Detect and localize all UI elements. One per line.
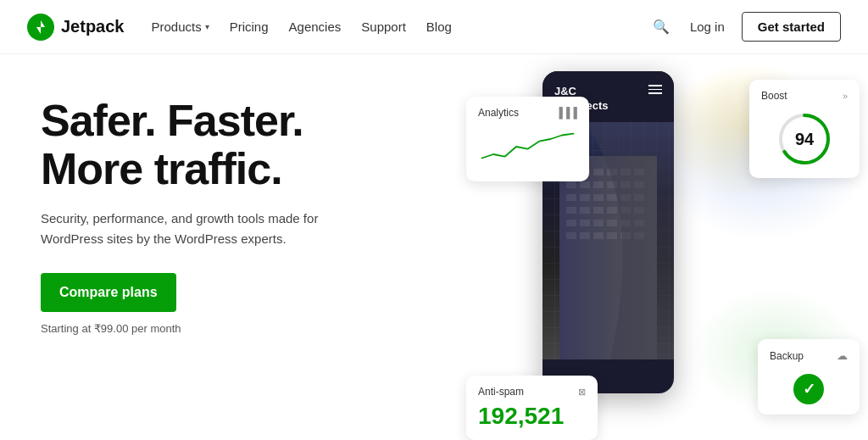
svg-rect-34 [593, 232, 604, 239]
svg-rect-8 [566, 181, 576, 188]
svg-rect-23 [607, 207, 617, 214]
hero-section: Safer. Faster. More traffic. Security, p… [0, 54, 449, 440]
boost-chevron-icon: » [843, 91, 848, 101]
search-button[interactable]: 🔍 [649, 15, 673, 38]
hero-visual: J&C Architects [449, 54, 868, 440]
boost-score: 94 [795, 130, 814, 149]
boost-label: Boost [761, 90, 787, 102]
svg-rect-9 [580, 181, 590, 188]
antispam-label: Anti-spam [478, 386, 524, 398]
svg-rect-33 [580, 232, 590, 239]
svg-rect-29 [607, 220, 617, 226]
svg-rect-20 [566, 207, 576, 214]
antispam-count: 192,521 [478, 403, 586, 430]
antispam-icon: ⊠ [578, 387, 586, 398]
chart-bar-icon: ▐▐▐ [555, 107, 577, 119]
nav-products[interactable]: Products ▾ [152, 19, 209, 34]
svg-rect-27 [580, 220, 590, 226]
svg-rect-16 [593, 194, 604, 201]
hamburger-icon [648, 85, 662, 94]
logo-text: Jetpack [61, 17, 125, 36]
svg-rect-21 [580, 207, 590, 214]
login-button[interactable]: Log in [690, 19, 725, 34]
analytics-chart [478, 125, 577, 168]
get-started-button[interactable]: Get started [742, 12, 841, 42]
hero-headline: Safer. Faster. More traffic. [41, 97, 415, 193]
boost-card: Boost » 94 [749, 80, 860, 178]
nav-agencies[interactable]: Agencies [289, 19, 342, 34]
svg-rect-35 [607, 232, 617, 239]
pricing-note: Starting at ₹99.00 per month [41, 322, 415, 335]
svg-rect-26 [566, 220, 576, 226]
nav-pricing[interactable]: Pricing [230, 19, 269, 34]
svg-marker-0 [36, 20, 45, 34]
svg-rect-15 [580, 194, 590, 201]
header-actions: 🔍 Log in Get started [649, 12, 841, 42]
hero-subtext: Security, performance, and growth tools … [41, 209, 363, 249]
svg-rect-17 [607, 194, 617, 201]
backup-checkmark: ✓ [793, 374, 824, 404]
compare-plans-button[interactable]: Compare plans [41, 273, 176, 312]
antispam-card: Anti-spam ⊠ 192,521 [466, 376, 598, 440]
main-nav: Products ▾ Pricing Agencies Support Blog [152, 19, 452, 34]
svg-rect-28 [593, 220, 604, 226]
svg-rect-22 [593, 207, 604, 214]
backup-label: Backup [770, 350, 804, 362]
boost-score-circle: 94 [776, 110, 833, 168]
svg-rect-10 [593, 181, 604, 188]
backup-card: Backup ☁ ✓ [758, 339, 860, 415]
nav-blog[interactable]: Blog [426, 19, 452, 34]
nav-support[interactable]: Support [361, 19, 406, 34]
svg-rect-4 [593, 169, 604, 175]
svg-rect-32 [566, 232, 576, 239]
chevron-down-icon: ▾ [205, 22, 209, 31]
analytics-card: Analytics ▐▐▐ [466, 97, 589, 181]
cloud-icon: ☁ [837, 349, 848, 362]
header: Jetpack Products ▾ Pricing Agencies Supp… [0, 0, 868, 54]
analytics-label: Analytics [478, 107, 519, 119]
logo-icon [27, 14, 54, 41]
logo[interactable]: Jetpack [27, 14, 125, 41]
svg-rect-14 [566, 194, 576, 201]
main-content: Safer. Faster. More traffic. Security, p… [0, 54, 868, 440]
